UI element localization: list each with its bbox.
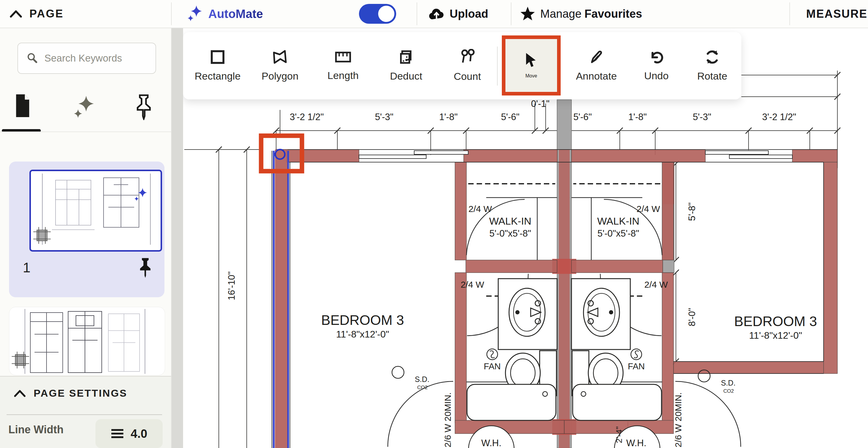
divider: [416, 2, 417, 25]
line-width-label: Line Width: [8, 423, 64, 436]
upload-label: Upload: [450, 7, 488, 21]
move-tool-button-active[interactable]: Move: [502, 35, 561, 95]
divider: [171, 2, 172, 25]
line-width-control[interactable]: 4.0: [95, 419, 163, 448]
search-icon: [26, 52, 38, 64]
svg-text:2/6 W 20MIN.: 2/6 W 20MIN.: [443, 392, 453, 447]
page-1-preview[interactable]: [29, 170, 162, 251]
divider: [511, 2, 512, 25]
page-thumbnail-1[interactable]: 1: [9, 161, 164, 297]
favourites-label: Favourites: [584, 7, 642, 21]
sidebar: Search Keywords: [0, 28, 172, 448]
svg-text:FAN: FAN: [628, 361, 645, 371]
line-weight-icon: [111, 428, 124, 439]
tool-label: Annotate: [576, 70, 617, 82]
tool-label: Undo: [644, 70, 669, 82]
svg-text:BEDROOM 3: BEDROOM 3: [321, 312, 404, 328]
deduct-tool-button[interactable]: Deduct: [378, 37, 435, 94]
pinned-icon[interactable]: [137, 257, 153, 279]
polygon-icon: [272, 49, 288, 65]
rotate-tool-button[interactable]: Rotate: [684, 37, 741, 94]
svg-text:5'-6": 5'-6": [501, 112, 520, 122]
svg-text:2'-4": 2'-4": [614, 426, 624, 443]
selected-wall[interactable]: [272, 150, 290, 448]
svg-text:5'-3": 5'-3": [693, 112, 711, 122]
svg-text:2/4 W: 2/4 W: [468, 204, 492, 214]
annotate-tool-button[interactable]: Annotate: [568, 37, 625, 94]
manage-favourites-button[interactable]: Manage Favourites: [520, 0, 642, 28]
divider: [789, 2, 790, 25]
count-tool-button[interactable]: Count: [439, 37, 496, 94]
svg-text:W.H.: W.H.: [481, 438, 501, 448]
tool-label: Rotate: [697, 70, 727, 82]
page-1-preview-drawing: [31, 171, 158, 247]
toolbar-divider: [497, 47, 498, 86]
svg-text:WALK-IN: WALK-IN: [489, 215, 531, 227]
undo-tool-button[interactable]: Undo: [628, 37, 685, 94]
line-width-value: 4.0: [130, 427, 147, 441]
svg-text:W.H.: W.H.: [626, 438, 646, 448]
svg-text:16'-10": 16'-10": [226, 271, 237, 300]
polygon-tool-button[interactable]: Polygon: [251, 37, 309, 94]
page-settings-header[interactable]: PAGE SETTINGS: [14, 387, 127, 399]
rotate-icon: [705, 49, 720, 65]
automate-sparkles-icon: [187, 5, 204, 23]
svg-text:11'-8"x12'-0": 11'-8"x12'-0": [749, 330, 802, 341]
pen-icon: [589, 49, 604, 65]
rectangle-icon: [210, 49, 225, 65]
svg-text:2/6 W 20MIN.: 2/6 W 20MIN.: [673, 392, 683, 447]
cloud-upload-icon: [429, 7, 445, 21]
page-number: 1: [23, 260, 31, 276]
tool-label: Length: [328, 70, 359, 81]
svg-text:2/4 W: 2/4 W: [461, 279, 485, 290]
page-section-title: PAGE: [29, 7, 64, 20]
svg-text:5'-6": 5'-6": [573, 112, 592, 122]
automate-toggle[interactable]: [359, 4, 396, 24]
tab-automate[interactable]: [73, 95, 96, 121]
tool-label: Move: [525, 73, 537, 79]
tools-toolbar: Rectangle Polygon Length: [183, 32, 741, 99]
tool-label: Count: [454, 70, 481, 82]
svg-text:1'-8": 1'-8": [628, 112, 647, 122]
tool-label: Deduct: [390, 70, 422, 82]
page-section-header[interactable]: PAGE: [10, 0, 64, 28]
page-2-preview-drawing: [9, 307, 165, 375]
settings-divider: [7, 414, 162, 415]
deduct-icon: [398, 49, 414, 65]
upload-button[interactable]: Upload: [429, 0, 488, 28]
tab-pinned[interactable]: [134, 94, 153, 121]
sidebar-resize-gutter[interactable]: [172, 28, 183, 448]
automate-sparkle-icon: [134, 188, 147, 201]
document-icon: [12, 93, 32, 120]
svg-text:2/4 W: 2/4 W: [637, 204, 660, 214]
page-thumbnail-2[interactable]: [9, 307, 165, 375]
svg-text:11'-8"x12'-0": 11'-8"x12'-0": [336, 329, 389, 339]
svg-text:1'-8": 1'-8": [439, 112, 458, 122]
automate-label: AutoMate: [208, 7, 263, 21]
svg-text:S.D.: S.D.: [415, 375, 430, 383]
svg-text:CO2: CO2: [417, 385, 428, 390]
search-input[interactable]: Search Keywords: [18, 42, 156, 74]
manage-label: Manage: [540, 7, 581, 21]
measurements-section-header[interactable]: MEASUREMENTS: [800, 0, 868, 28]
svg-text:5'-0"x5'-8": 5'-0"x5'-8": [490, 228, 531, 239]
tool-label: Polygon: [262, 70, 299, 82]
cursor-icon: [524, 52, 538, 68]
svg-text:8'-0": 8'-0": [687, 308, 697, 326]
length-tool-button[interactable]: Length: [314, 37, 372, 94]
search-placeholder: Search Keywords: [44, 53, 122, 64]
svg-text:BEDROOM 3: BEDROOM 3: [734, 313, 817, 329]
tab-pages[interactable]: [12, 93, 32, 121]
toggle-knob: [377, 5, 395, 23]
page-settings-panel: PAGE SETTINGS Line Width 4.0: [0, 376, 171, 448]
svg-text:3'-2 1/2": 3'-2 1/2": [762, 112, 796, 122]
undo-icon: [649, 50, 664, 65]
top-bar: PAGE AutoMate Upload Manage: [0, 0, 868, 28]
ruler-icon: [335, 50, 351, 64]
chevron-up-icon: [10, 10, 22, 18]
svg-text:3'-2 1/2": 3'-2 1/2": [290, 112, 323, 122]
automate-control: AutoMate: [187, 0, 263, 28]
svg-text:5'-3": 5'-3": [375, 112, 394, 122]
count-pins-icon: [460, 49, 475, 65]
rectangle-tool-button[interactable]: Rectangle: [189, 37, 246, 94]
